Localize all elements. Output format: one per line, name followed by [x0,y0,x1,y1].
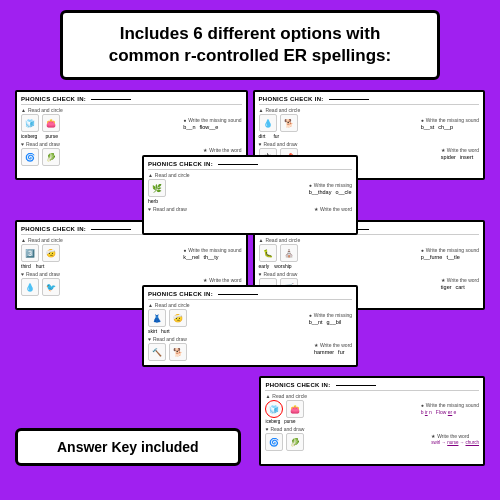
ak-label3: ♥ Read and draw [265,426,304,432]
ws3-name-line [218,164,258,165]
ws6-row2: ♥ Read and draw 🔨 🐕 ★ Write the [148,336,352,361]
ws1-label2: ● Write the missing sound [183,117,241,123]
ak-draw1: 🌀 [265,433,283,451]
answer-key-worksheet: PHONICS CHECK IN: ▲ Read and circle 🧊 [259,376,485,466]
ws2-img1: 💧 [259,114,277,132]
ws1-word2: purse [45,133,58,139]
ws2-blank2: ch__p [438,124,453,130]
worksheet-6: PHONICS CHECK IN: ▲ Read and circle 👗 [142,285,358,367]
ak-ws-body: ▲ Read and circle 🧊 👛 iceberg purse [265,393,479,451]
ak-ws-header: PHONICS CHECK IN: [265,382,479,391]
ws3-body: ▲ Read and circle 🌿 herb ● Write th [148,172,352,212]
ws3-title: PHONICS CHECK IN: [148,161,213,167]
ws6-draw-imgs: 🔨 🐕 [148,343,187,361]
ws6-write-blanks: hammer fur [314,349,352,355]
heart-icon: ♥ [21,141,24,147]
ws6-draw1: 🔨 [148,343,166,361]
bottom-row: Answer Key included PHONICS CHECK IN: ▲ … [15,376,485,466]
ws5-label1: ▲ Read and circle [259,237,301,243]
ws2-name-line [329,99,369,100]
ws2-word2: fur [273,133,279,139]
ws6-overlay: PHONICS CHECK IN: ▲ Read and circle 👗 [15,285,485,367]
ak-blanks: b ir n Flow er e [421,409,479,415]
ws1-blank2: flow__e [199,124,218,130]
ws1-label4-text: Write the word [209,147,241,153]
ws1-label1: ▲ Read and circle [21,107,63,113]
main-container: Includes 6 different options with common… [0,0,500,500]
ak-write-words: swirl → nurse → church [431,440,479,445]
ws1-label3: ♥ Read and draw [21,141,60,147]
ak-img1: 🧊 [265,400,283,418]
ws2-title: PHONICS CHECK IN: [259,96,324,102]
ws3-label1: ▲ Read and circle [148,172,190,178]
ws4-img2: 🤕 [42,244,60,262]
ws6-read: ▲ Read and circle 👗 🤕 skirt hurt [148,302,190,334]
ws5-img1: 🐛 [259,244,277,262]
ws1-label4: ★ Write the word [203,147,241,153]
ws5-row1: ▲ Read and circle 🐛 ⛪ early worship [259,237,480,269]
ws1-label2-text: Write the missing sound [188,117,241,123]
ws2-header: PHONICS CHECK IN: [259,96,480,105]
ws2-missing: ● Write the missing sound b__st ch__p [421,117,479,130]
ws6-draw: ♥ Read and draw 🔨 🐕 [148,336,187,361]
ws1-img1: 🧊 [21,114,39,132]
ws3-label3: ♥ Read and draw [148,206,187,212]
ws4-label2: ● Write the missing sound [183,247,241,253]
ws1-img2: 👛 [42,114,60,132]
ak-ws-name [336,385,376,386]
ws1-header: PHONICS CHECK IN: [21,96,242,105]
worksheets-area: PHONICS CHECK IN: ▲ Read and circle 🧊 [10,90,490,490]
ws6-draw2: 🐕 [169,343,187,361]
ws3-header: PHONICS CHECK IN: [148,161,352,170]
ak-draw: ♥ Read and draw 🌀 🥬 [265,426,304,451]
ws6-label4: ★ Write the word [314,342,352,348]
ws5-missing: ● Write the missing sound p__furne t__tl… [421,247,479,260]
ws4-label3: ♥ Read and draw [21,271,60,277]
ws1-word-labels: iceberg purse [21,133,63,139]
ws2-label3: ♥ Read and draw [259,141,298,147]
ws1-name-line [91,99,131,100]
ws1-word-images: 🧊 👛 [21,114,63,132]
ws6-imgs: 👗 🤕 [148,309,190,327]
ws6-img1: 👗 [148,309,166,327]
ak-row1: ▲ Read and circle 🧊 👛 iceberg purse [265,393,479,424]
ws2-label4: ★ Write the word [441,147,479,153]
ws6-name-line [218,294,258,295]
ak-img2: 👛 [286,400,304,418]
ak-label1: ▲ Read and circle [265,393,307,399]
ws6-row1: ▲ Read and circle 👗 🤕 skirt hurt [148,302,352,334]
tri-icon: ▲ [259,107,264,113]
ws2-blanks: b__st ch__p [421,124,479,130]
ws6-missing: ● Write the missing b__nt g__bil [309,312,352,325]
ws2-label1: ▲ Read and circle [259,107,301,113]
ak-label4: ★ Write the word [431,433,479,439]
ws2-img2: 🐕 [280,114,298,132]
ws1-read-circle: ▲ Read and circle 🧊 👛 iceberg purse [21,107,63,139]
title-line2: common r-controlled ER spellings: [109,46,391,65]
answer-key-box: Answer Key included [15,428,241,466]
ws4-label1: ▲ Read and circle [21,237,63,243]
ws5-label3: ♥ Read and draw [259,271,298,277]
ak-missing: ● Write the missing sound b ir n Flow er… [421,402,479,415]
ws3-blanks: b__thday o__cle [309,189,352,195]
ws5-label4: ★ Write the word [441,277,479,283]
ws5-read: ▲ Read and circle 🐛 ⛪ early worship [259,237,301,269]
ws3-missing: ● Write the missing b__thday o__cle [309,182,352,195]
title-box: Includes 6 different options with common… [60,10,440,80]
ws6-label3: ♥ Read and draw [148,336,187,342]
ws6-body: ▲ Read and circle 👗 🤕 skirt hurt [148,302,352,361]
ws1-label3-text: Read and draw [26,141,60,147]
ak-row2: ♥ Read and draw 🌀 🥬 ★ Write the [265,426,479,451]
ws1-word1: iceberg [21,133,37,139]
ws2-blank1: b__st [421,124,434,130]
ws4-read: ▲ Read and circle 3️⃣ 🤕 third hurt [21,237,63,269]
ak-draw-imgs: 🌀 🥬 [265,433,304,451]
ws5-img2: ⛪ [280,244,298,262]
triangle-icon: ▲ [21,107,26,113]
ak-read: ▲ Read and circle 🧊 👛 iceberg purse [265,393,307,424]
ws4-imgs: 3️⃣ 🤕 [21,244,63,262]
ws1-row1: ▲ Read and circle 🧊 👛 iceberg purse [21,107,242,139]
ws5-imgs: 🐛 ⛪ [259,244,301,262]
ws3-imgs: 🌿 [148,179,190,197]
ak-write: ★ Write the word swirl → nurse → church [431,433,479,445]
